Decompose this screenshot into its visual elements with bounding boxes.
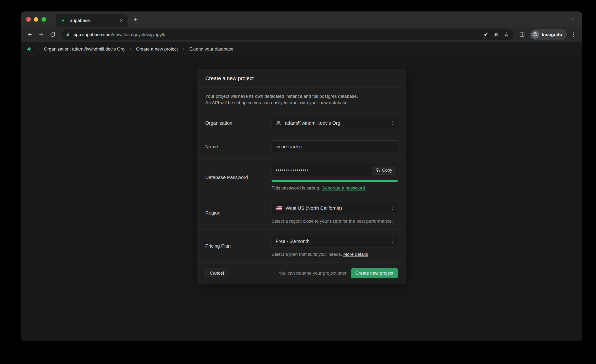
card-description: Your project will have its own dedicated… [197,88,406,111]
breadcrumb: Organization: adam@windmill.dev's Org Cr… [21,42,582,56]
chevron-right-icon [129,47,132,51]
page-title: Create a new project [205,75,398,82]
supabase-logo-icon[interactable] [26,46,32,52]
tab-strip: Supabase [21,11,582,27]
project-name-input[interactable] [272,141,398,153]
eye-off-icon[interactable] [491,30,501,39]
pricing-label: Pricing Plan [205,235,272,257]
cancel-button[interactable]: Cancel [205,268,228,278]
browser-tab-supabase[interactable]: Supabase [56,14,127,27]
us-flag-icon [276,206,282,210]
incognito-badge[interactable]: Incognito [530,29,567,40]
address-bar[interactable]: app.supabase.com/new/jfnsmqoynldvxjyhpyl… [61,29,513,40]
window-controls [26,17,46,22]
description-line-1: Your project will have its own dedicated… [205,93,398,99]
close-window-button[interactable] [26,17,31,22]
url-text: app.supabase.com/new/jfnsmqoynldvxjyhpyl… [73,32,480,37]
zoom-window-button[interactable] [41,17,46,22]
supabase-favicon-icon [60,17,66,24]
pricing-value: Free - $0/month [276,239,387,244]
password-strength-text: This password is strong. [272,186,320,190]
create-new-project-button[interactable]: Create new project [351,268,398,278]
breadcrumb-create-project[interactable]: Create a new project [136,46,178,52]
lock-icon[interactable] [63,30,72,39]
rename-note: You can rename your project later [279,271,346,276]
description-line-2: An API will be set up so you can easily … [205,99,398,106]
generate-password-link[interactable]: Generate a password [322,186,365,190]
organization-select[interactable]: adam@windmill.dev's Org [272,117,398,129]
region-select[interactable]: West US (North California) [272,202,398,214]
password-row: Database Password Copy [197,158,406,196]
footer-right: You can rename your project later Create… [279,268,398,278]
tab-title: Supabase [69,18,115,23]
region-label: Region [205,202,272,224]
password-key-icon[interactable] [481,30,490,39]
organization-label: Organization [205,117,272,129]
chevron-right-icon [37,47,40,51]
reload-button[interactable] [48,30,58,40]
incognito-label: Incognito [542,32,562,37]
card-header: Create a new project [197,69,406,88]
copy-button-label: Copy [382,168,392,173]
supabase-page: Organization: adam@windmill.dev's Org Cr… [21,42,582,341]
more-details-link[interactable]: More details [343,252,368,257]
forward-button[interactable] [36,30,46,40]
card-footer: Cancel You can rename your project later… [197,263,406,284]
password-label: Database Password [205,164,272,191]
bookmark-star-icon[interactable] [502,30,511,39]
chevron-right-icon [182,47,185,51]
page-content: Create a new project Your project will h… [21,56,582,341]
region-value: West US (North California) [286,206,387,211]
incognito-icon [531,30,539,39]
copy-password-button[interactable]: Copy [372,166,396,175]
menu-dots-icon[interactable] [568,30,578,40]
organization-row: Organization adam@windmill.dev's Org [197,111,406,135]
back-button[interactable] [25,30,35,40]
select-chevrons-icon [390,120,395,126]
password-helper: This password is strong. Generate a pass… [272,186,398,191]
pricing-helper: Select a plan that suits your needs. Mor… [272,252,398,257]
breadcrumb-extend-database[interactable]: Extend your database [189,46,233,52]
new-tab-button[interactable] [131,15,141,24]
browser-toolbar: app.supabase.com/new/jfnsmqoynldvxjyhpyl… [21,27,582,42]
breadcrumb-organization[interactable]: Organization: adam@windmill.dev's Org [44,46,125,52]
name-label: Name [205,141,272,153]
browser-window: Supabase [21,11,582,341]
pricing-row: Pricing Plan Free - $0/month Select a pl… [197,230,406,263]
tab-close-icon[interactable] [118,17,125,24]
url-path: /new/jfnsmqoynldvxjyhpylk [112,32,165,37]
users-icon [276,120,281,126]
select-chevrons-icon [390,238,395,245]
region-helper: Select a region close to your users for … [272,219,398,224]
side-panel-icon[interactable] [517,30,527,40]
tab-search-chevron-icon[interactable] [568,15,577,24]
select-chevrons-icon [390,205,395,211]
name-row: Name [197,135,406,158]
pricing-select[interactable]: Free - $0/month [272,235,398,247]
desktop-background: Supabase [0,0,596,364]
password-field-wrap: Copy [272,164,398,176]
url-domain: app.supabase.com [74,32,112,37]
region-row: Region West US (North California) [197,196,406,230]
create-project-card: Create a new project Your project will h… [197,69,406,284]
copy-icon [376,168,380,172]
organization-value: adam@windmill.dev's Org [285,120,387,126]
pricing-helper-text: Select a plan that suits your needs. [272,252,342,257]
password-strength-bar [272,180,398,182]
minimize-window-button[interactable] [34,17,38,22]
